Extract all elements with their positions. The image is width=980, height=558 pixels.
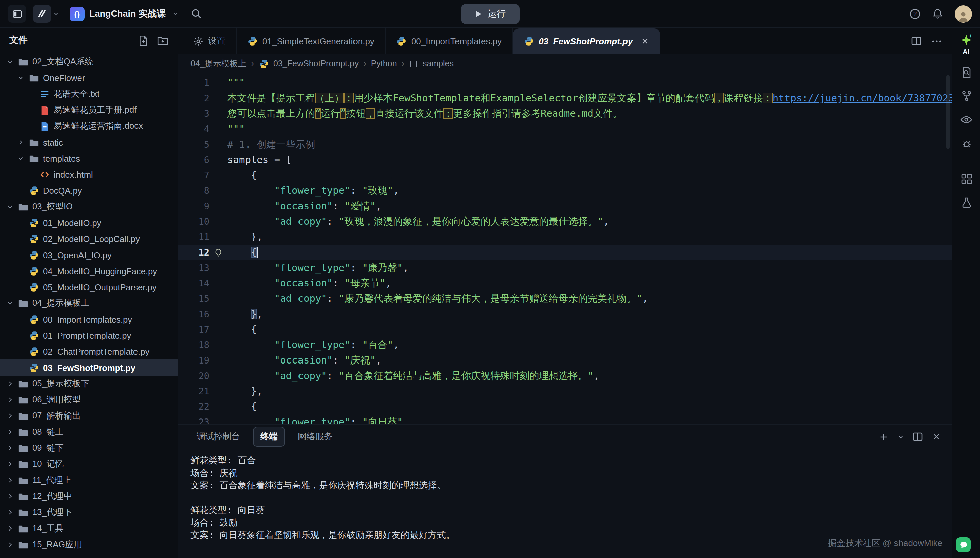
code-line[interactable]: 15 "ad_copy": "康乃馨代表着母爱的纯洁与伟大，是母亲节赠送给母亲的… (179, 291, 952, 307)
tree-folder-row[interactable]: 10_记忆 (0, 456, 178, 472)
app-logo[interactable] (33, 5, 51, 23)
tree-folder-row[interactable]: 09_链下 (0, 440, 178, 456)
code-text: """ (227, 75, 952, 90)
breadcrumb-item[interactable]: Python (371, 59, 397, 68)
editor-tab[interactable]: 设置 (182, 28, 237, 54)
tree-file-row[interactable]: index.html (0, 166, 178, 182)
code-line[interactable]: 5# 1. 创建一些示例 (179, 137, 952, 152)
tree-file-row[interactable]: 03_FewShotPrompt.py (0, 359, 178, 376)
code-line[interactable]: 16 }, (179, 307, 952, 322)
code-line[interactable]: 14 "occasion": "母亲节", (179, 276, 952, 291)
new-terminal-plus-icon[interactable] (879, 432, 889, 441)
tree-folder-row[interactable]: OneFlower (0, 70, 178, 86)
tree-file-row[interactable]: 04_ModelIO_HuggingFace.py (0, 263, 178, 279)
tree-file-row[interactable]: 易速鲜花运营指南.docx (0, 118, 178, 134)
tree-file-row[interactable]: 01_PromptTemplate.py (0, 327, 178, 343)
preview-eye-icon[interactable] (960, 113, 973, 126)
split-editor-icon[interactable] (911, 36, 922, 46)
editor-tab[interactable]: 00_ImportTemplates.py (386, 28, 513, 54)
git-fork-icon[interactable] (960, 90, 972, 102)
breadcrumb-item[interactable]: samples (423, 59, 454, 68)
code-line[interactable]: 1""" (179, 75, 952, 90)
code-line[interactable]: 17 { (179, 322, 952, 337)
close-tab-icon[interactable] (640, 36, 649, 45)
code-line[interactable]: 10 "ad_copy": "玫瑰，浪漫的象征，是你向心爱的人表达爱意的最佳选择… (179, 214, 952, 229)
juejin-badge-icon[interactable] (956, 537, 970, 552)
file-search-icon[interactable] (960, 66, 972, 79)
project-switcher[interactable]: {} LangChain 实战课 (70, 7, 179, 21)
tree-file-row[interactable]: 02_ChatPromptTemplate.py (0, 343, 178, 359)
tree-folder-row[interactable]: 02_文档QA系统 (0, 54, 178, 70)
code-line[interactable]: 21 }, (179, 384, 952, 399)
tree-folder-row[interactable]: 05_提示模板下 (0, 376, 178, 392)
code-line[interactable]: 11 }, (179, 229, 952, 245)
code-line[interactable]: 2本文件是【提示工程（上）：用少样本FewShotTemplate和Exampl… (179, 90, 952, 106)
sidebar-toggle-button[interactable] (8, 5, 26, 23)
code-line[interactable]: 7 { (179, 168, 952, 183)
code-link[interactable]: https://juejin.cn/book/73877023474361303… (773, 93, 952, 103)
tree-file-row[interactable]: 花语大全.txt (0, 86, 178, 102)
tree-folder-row[interactable]: 03_模型IO (0, 199, 178, 215)
search-icon[interactable] (190, 8, 202, 20)
ai-assistant-button[interactable]: AI (960, 34, 973, 55)
tree-folder-row[interactable]: 04_提示模板上 (0, 295, 178, 311)
tree-folder-row[interactable]: 13_代理下 (0, 504, 178, 520)
editor-tab[interactable]: 01_SimpleTextGeneration.py (237, 28, 386, 54)
close-panel-icon[interactable] (932, 432, 941, 441)
code-line[interactable]: 9 "occasion": "爱情", (179, 199, 952, 214)
tree-file-row[interactable]: 05_ModelIO_OutputParser.py (0, 279, 178, 295)
more-actions-icon[interactable] (931, 35, 942, 47)
tree-folder-row[interactable]: 15_RAG应用 (0, 537, 178, 553)
code-line[interactable]: 20 "ad_copy": "百合象征着纯洁与高雅，是你庆祝特殊时刻的理想选择。… (179, 368, 952, 384)
code-line[interactable]: 3您可以点击最上方的“运行”按钮，直接运行该文件；更多操作指引请参考Readme… (179, 106, 952, 121)
code-line[interactable]: 22 { (179, 399, 952, 415)
app: {} LangChain 实战课 运行 ? (0, 0, 980, 558)
breadcrumb-item[interactable]: 04_提示模板上 (190, 58, 246, 69)
line-number: 16 (179, 307, 209, 322)
code-line[interactable]: 13 "flower_type": "康乃馨", (179, 260, 952, 276)
flask-icon[interactable] (960, 197, 972, 208)
code-line[interactable]: 18 "flower_type": "百合", (179, 337, 952, 353)
tree-file-row[interactable]: 易速鲜花员工手册.pdf (0, 102, 178, 118)
tree-folder-row[interactable]: static (0, 134, 178, 150)
tree-folder-row[interactable]: 12_代理中 (0, 488, 178, 504)
help-icon[interactable]: ? (909, 8, 921, 20)
code-line[interactable]: 12 { (179, 245, 952, 260)
chevron-down-icon[interactable] (898, 433, 903, 440)
new-file-icon[interactable] (138, 34, 149, 46)
avatar[interactable] (954, 5, 972, 23)
panel-tab[interactable]: 终端 (253, 427, 285, 447)
run-button[interactable]: 运行 (461, 4, 519, 24)
tree-folder-row[interactable]: templates (0, 150, 178, 166)
panel-tabs: 调试控制台终端网络服务 (189, 427, 340, 447)
code-editor[interactable]: 1"""2本文件是【提示工程（上）：用少样本FewShotTemplate和Ex… (179, 74, 952, 424)
code-line[interactable]: 4""" (179, 121, 952, 137)
tree-file-row[interactable]: 02_ModelIO_LoopCall.py (0, 231, 178, 247)
tree-folder-row[interactable]: 14_工具 (0, 520, 178, 537)
new-folder-icon[interactable] (157, 34, 168, 46)
chevron-down-icon[interactable] (53, 11, 59, 17)
tree-folder-row[interactable]: 08_链上 (0, 424, 178, 440)
extensions-grid-icon[interactable] (960, 173, 972, 185)
breadcrumb-item[interactable]: 03_FewShotPrompt.py (273, 59, 358, 68)
tree-file-row[interactable]: DocQA.py (0, 182, 178, 199)
tree-file-row[interactable]: 01_ModelIO.py (0, 215, 178, 231)
editor-tab[interactable]: 03_FewShotPrompt.py (513, 28, 660, 54)
split-panel-icon[interactable] (912, 431, 923, 442)
py-icon (28, 314, 39, 324)
code-line[interactable]: 23 "flower_type": "向日葵", (179, 415, 952, 424)
debug-bug-icon[interactable] (960, 138, 972, 149)
tree-folder-row[interactable]: 07_解析输出 (0, 408, 178, 424)
panel-tab[interactable]: 网络服务 (291, 427, 340, 447)
code-line[interactable]: 8 "flower_type": "玫瑰", (179, 183, 952, 199)
code-line[interactable]: 6samples = [ (179, 152, 952, 168)
code-line[interactable]: 19 "occasion": "庆祝", (179, 353, 952, 368)
notifications-bell-icon[interactable] (932, 8, 944, 20)
panel-tab[interactable]: 调试控制台 (189, 427, 248, 447)
editor-scrollbar[interactable] (946, 75, 950, 149)
tree-file-row[interactable]: 03_OpenAI_IO.py (0, 247, 178, 263)
tree-folder-row[interactable]: 11_代理上 (0, 472, 178, 488)
tree-file-row[interactable]: 00_ImportTemplates.py (0, 311, 178, 327)
py-icon (28, 234, 39, 244)
tree-folder-row[interactable]: 06_调用模型 (0, 392, 178, 408)
